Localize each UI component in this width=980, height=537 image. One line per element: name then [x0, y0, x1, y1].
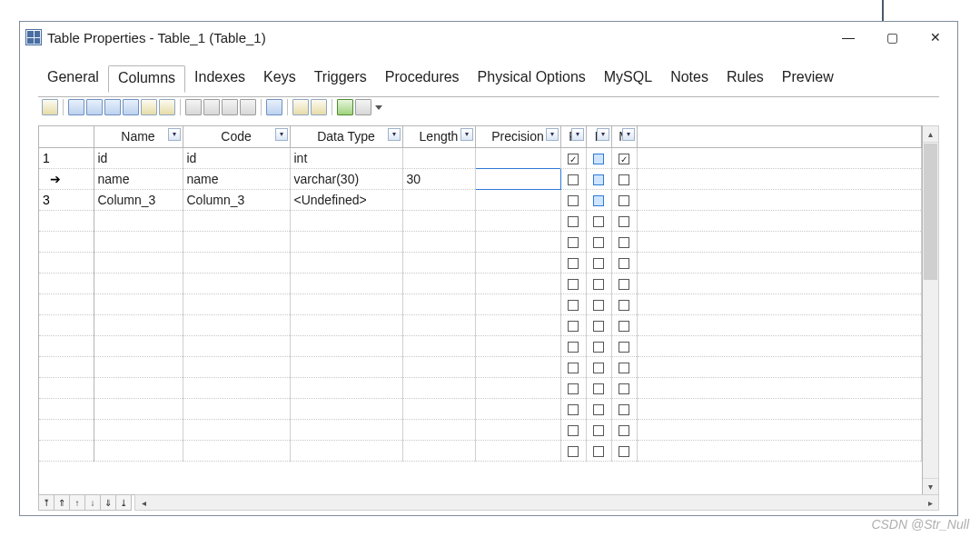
row-header[interactable]	[39, 314, 94, 335]
scroll-right-icon[interactable]: ▸	[922, 498, 938, 508]
table-row[interactable]: 3Column_3Column_3<Undefined>	[39, 189, 922, 210]
row-header[interactable]	[39, 293, 94, 314]
checkbox[interactable]	[593, 216, 604, 227]
checkbox[interactable]	[568, 154, 579, 164]
cell-code[interactable]: id	[183, 147, 290, 168]
dropdown-icon[interactable]: ▾	[546, 128, 559, 141]
toolbar-overflow-icon[interactable]	[375, 105, 382, 110]
cell-f[interactable]	[586, 189, 611, 210]
checkbox[interactable]	[593, 174, 604, 185]
checkbox[interactable]	[568, 279, 579, 290]
filter-icon[interactable]	[292, 99, 309, 115]
cell-length[interactable]: 30	[402, 168, 475, 189]
cell-m[interactable]	[611, 189, 637, 210]
checkbox[interactable]	[619, 446, 629, 457]
dropdown-icon[interactable]: ▾	[622, 128, 635, 141]
page-up-button[interactable]: ⇑	[54, 494, 70, 511]
checkbox[interactable]	[619, 342, 629, 353]
insert-row-icon[interactable]	[68, 99, 84, 115]
table-row[interactable]: ➔namenamevarchar(30)30	[39, 168, 922, 189]
checkbox[interactable]	[568, 446, 579, 457]
table-row-empty[interactable]	[39, 314, 922, 335]
tab-keys[interactable]: Keys	[254, 65, 305, 93]
checkbox[interactable]	[619, 321, 629, 332]
explore-icon[interactable]	[159, 99, 175, 115]
dropdown-icon[interactable]: ▾	[168, 128, 181, 141]
checkbox[interactable]	[593, 446, 604, 457]
checkbox[interactable]	[593, 154, 604, 164]
delete-icon[interactable]	[240, 99, 256, 115]
checkbox[interactable]	[619, 404, 629, 415]
grid-corner[interactable]	[39, 126, 94, 147]
table-row-empty[interactable]	[39, 356, 922, 377]
scroll-up-icon[interactable]: ▴	[923, 126, 938, 143]
cell-name[interactable]: Column_3	[94, 189, 183, 210]
row-header[interactable]	[39, 273, 94, 293]
cell-code[interactable]: Column_3	[183, 189, 290, 210]
cell-length[interactable]	[402, 147, 475, 168]
copy-icon[interactable]	[203, 99, 220, 115]
find-icon[interactable]	[266, 99, 282, 115]
tab-procedures[interactable]: Procedures	[376, 65, 469, 93]
checkbox[interactable]	[593, 363, 604, 373]
checkbox[interactable]	[568, 216, 579, 227]
checkbox[interactable]	[568, 383, 579, 394]
dropdown-icon[interactable]: ▾	[460, 128, 473, 141]
tab-notes[interactable]: Notes	[661, 65, 718, 93]
cell-name[interactable]: id	[94, 147, 183, 168]
cell-code[interactable]: name	[183, 168, 290, 189]
import-icon[interactable]	[123, 99, 139, 115]
cell-p[interactable]	[560, 189, 586, 210]
checkbox[interactable]	[568, 258, 579, 269]
checkbox[interactable]	[593, 342, 604, 353]
cell-name[interactable]: name	[94, 168, 183, 189]
cell-precision[interactable]	[475, 147, 560, 168]
table-row-empty[interactable]	[39, 293, 922, 314]
checkbox[interactable]	[568, 404, 579, 415]
table-row-empty[interactable]	[39, 335, 922, 356]
columns-grid[interactable]: Name▾ Code▾ Data Type▾ Length▾ Precision…	[38, 125, 923, 495]
table-row[interactable]: 1ididint	[39, 147, 922, 168]
col-m-header[interactable]: M▾	[611, 126, 637, 147]
dropdown-icon[interactable]: ▾	[571, 128, 584, 141]
custom-filter-icon[interactable]	[311, 99, 327, 115]
cell-datatype[interactable]: int	[290, 147, 402, 168]
table-row-empty[interactable]	[39, 210, 922, 231]
scroll-down-icon[interactable]: ▾	[923, 478, 938, 494]
checkbox[interactable]	[568, 425, 579, 436]
first-row-button[interactable]: ⤒	[38, 494, 54, 511]
tab-physical-options[interactable]: Physical Options	[469, 65, 595, 93]
checkbox[interactable]	[619, 258, 629, 269]
last-row-button[interactable]: ⤓	[115, 494, 132, 511]
row-header[interactable]	[39, 210, 94, 231]
row-header[interactable]: ➔	[39, 168, 94, 189]
scroll-track[interactable]	[923, 281, 938, 478]
cell-precision[interactable]	[475, 168, 560, 189]
row-header[interactable]	[39, 356, 94, 377]
row-down-button[interactable]: ↓	[84, 494, 101, 511]
cell-p[interactable]	[560, 168, 586, 189]
print-icon[interactable]	[355, 99, 371, 115]
minimize-button[interactable]: —	[827, 22, 870, 53]
row-header[interactable]	[39, 419, 94, 440]
col-f-header[interactable]: F▾	[586, 126, 611, 147]
cell-f[interactable]	[586, 168, 611, 189]
dropdown-icon[interactable]: ▾	[275, 128, 288, 141]
checkbox[interactable]	[619, 363, 629, 373]
table-row-empty[interactable]	[39, 377, 922, 398]
table-row-empty[interactable]	[39, 273, 922, 293]
folder-icon[interactable]	[141, 99, 157, 115]
tab-preview[interactable]: Preview	[773, 65, 843, 93]
col-precision-header[interactable]: Precision▾	[475, 126, 560, 147]
page-down-button[interactable]: ⇓	[100, 494, 116, 511]
row-header[interactable]: 3	[39, 189, 94, 210]
horizontal-scrollbar[interactable]: ◂ ▸	[134, 494, 939, 511]
row-header[interactable]	[39, 440, 94, 461]
scroll-left-icon[interactable]: ◂	[135, 498, 152, 508]
cell-m[interactable]	[611, 147, 637, 168]
row-header[interactable]	[39, 252, 94, 273]
tab-indexes[interactable]: Indexes	[185, 65, 254, 93]
properties-icon[interactable]	[42, 99, 58, 115]
tab-triggers[interactable]: Triggers	[305, 65, 376, 93]
maximize-button[interactable]: ▢	[870, 22, 914, 53]
